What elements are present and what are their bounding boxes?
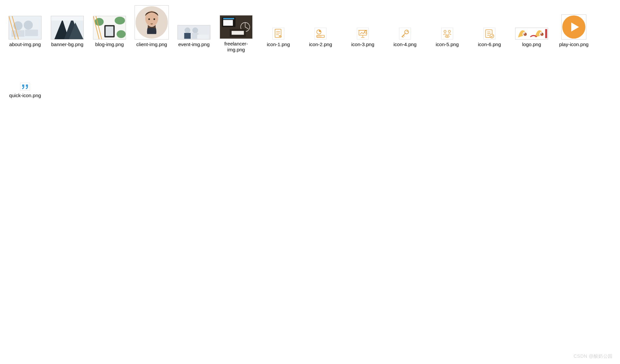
file-thumbnail-area xyxy=(387,5,423,41)
svg-point-13 xyxy=(95,18,104,26)
svg-rect-30 xyxy=(197,35,209,39)
file-label: quick-icon.png xyxy=(9,93,41,99)
file-grid: about-img.pngbanner-bg.pngblog-img.pngcl… xyxy=(0,0,620,109)
svg-point-24 xyxy=(153,18,155,20)
svg-point-51 xyxy=(407,31,408,32)
file-item[interactable]: icon-6.png xyxy=(468,3,511,54)
svg-point-23 xyxy=(148,18,150,20)
event-thumbnail-icon xyxy=(177,25,210,40)
svg-point-3 xyxy=(24,20,33,29)
file-label: event-img.png xyxy=(178,42,209,48)
svg-rect-43 xyxy=(317,35,322,38)
file-item[interactable]: blog-img.png xyxy=(88,3,131,54)
file-label: icon-2.png xyxy=(309,42,332,48)
file-item[interactable]: logo.png xyxy=(511,3,553,54)
file-item[interactable]: icon-3.png xyxy=(342,3,384,54)
file-label: icon-1.png xyxy=(267,42,290,48)
svg-point-69 xyxy=(540,33,543,36)
svg-line-54 xyxy=(403,35,404,36)
svg-point-28 xyxy=(192,27,198,33)
svg-rect-17 xyxy=(106,26,113,36)
file-thumbnail-area xyxy=(134,5,170,41)
file-label: client-img.png xyxy=(136,42,167,48)
file-thumbnail-area xyxy=(471,5,508,41)
client-thumbnail-icon xyxy=(135,5,169,40)
file-label: play-icon.png xyxy=(559,42,588,48)
file-item[interactable]: client-img.png xyxy=(131,3,173,54)
file-item[interactable]: banner-bg.png xyxy=(46,3,88,54)
svg-point-50 xyxy=(405,30,409,34)
file-thumbnail-area xyxy=(345,5,381,41)
svg-point-67 xyxy=(524,33,525,34)
svg-point-63 xyxy=(490,34,494,38)
file-thumbnail-area xyxy=(49,5,85,41)
svg-rect-27 xyxy=(184,33,191,39)
file-item[interactable]: event-img.png xyxy=(173,3,215,54)
about-thumbnail-icon xyxy=(9,16,42,40)
watermark-text: CSDN @酸奶公园 xyxy=(574,353,613,359)
svg-point-15 xyxy=(117,30,126,38)
svg-point-56 xyxy=(448,30,450,33)
file-label: blog-img.png xyxy=(95,42,124,48)
file-thumbnail-area xyxy=(218,5,254,40)
svg-rect-33 xyxy=(223,18,234,19)
file-item[interactable]: icon-4.png xyxy=(384,3,426,54)
quote-thumbnail-icon xyxy=(20,83,30,91)
file-thumbnail-area xyxy=(260,5,296,41)
banner-thumbnail-icon xyxy=(51,16,84,40)
svg-point-58 xyxy=(447,36,448,37)
freelancer-thumbnail-icon xyxy=(220,15,253,39)
icon-chart-thumbnail-icon xyxy=(315,28,326,40)
icon-present-thumbnail-icon xyxy=(357,28,369,40)
svg-point-55 xyxy=(444,30,446,33)
icon-people-thumbnail-icon xyxy=(441,28,453,40)
svg-point-70 xyxy=(541,33,542,34)
svg-line-53 xyxy=(402,36,403,37)
file-item[interactable]: quick-icon.png xyxy=(4,54,46,105)
file-item[interactable]: about-img.png xyxy=(4,3,46,54)
svg-rect-11 xyxy=(51,16,83,21)
file-item[interactable]: icon-2.png xyxy=(299,3,342,54)
file-item[interactable]: freelancer-img.png xyxy=(215,3,257,54)
file-label: icon-6.png xyxy=(478,42,501,48)
file-thumbnail-area xyxy=(7,56,43,92)
file-label: icon-4.png xyxy=(393,42,417,48)
file-item[interactable]: icon-1.png xyxy=(257,3,299,54)
icon-key-thumbnail-icon xyxy=(399,28,411,40)
file-thumbnail-area xyxy=(91,5,128,41)
file-item[interactable]: icon-5.png xyxy=(426,3,468,54)
file-label: icon-5.png xyxy=(436,42,459,48)
file-label: freelancer-img.png xyxy=(216,41,256,53)
svg-point-66 xyxy=(524,33,527,36)
file-thumbnail-area xyxy=(556,5,592,41)
logo-thumbnail-icon xyxy=(515,28,548,40)
svg-point-14 xyxy=(115,17,125,25)
file-item[interactable]: play-icon.png xyxy=(553,3,595,54)
svg-rect-34 xyxy=(223,20,233,26)
file-thumbnail-area xyxy=(7,5,43,41)
file-label: banner-bg.png xyxy=(51,42,83,48)
play-thumbnail-icon xyxy=(561,14,586,40)
svg-rect-4 xyxy=(25,30,38,36)
file-label: about-img.png xyxy=(9,42,41,48)
svg-rect-36 xyxy=(232,31,244,35)
file-label: logo.png xyxy=(522,42,541,48)
blog-thumbnail-icon xyxy=(93,16,126,40)
icon-check-thumbnail-icon xyxy=(483,28,495,40)
icon-doc-thumbnail-icon xyxy=(272,28,284,40)
file-label: icon-3.png xyxy=(351,42,374,48)
svg-point-26 xyxy=(185,27,191,33)
file-thumbnail-area xyxy=(302,5,339,41)
svg-rect-71 xyxy=(545,29,547,38)
file-thumbnail-area xyxy=(176,5,212,41)
file-thumbnail-area xyxy=(513,5,550,41)
file-thumbnail-area xyxy=(429,5,465,41)
